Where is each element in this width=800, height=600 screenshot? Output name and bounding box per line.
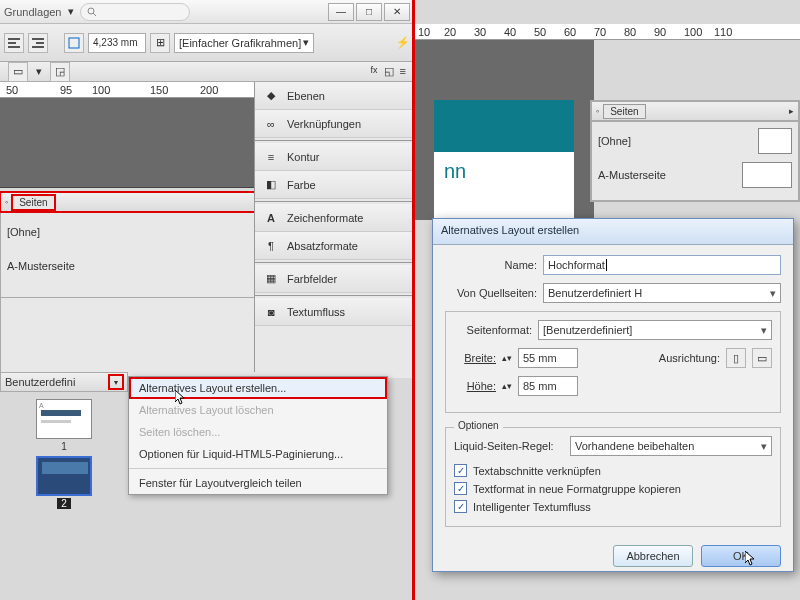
bolt-icon[interactable]: ⚡ — [396, 36, 410, 49]
seiten-tab[interactable]: Seiten — [12, 195, 54, 210]
menu-delete-pages: Seiten löschen... — [129, 421, 387, 443]
align-right-icon[interactable] — [28, 33, 48, 53]
panel-ebenen[interactable]: ◆Ebenen — [255, 82, 414, 110]
name-label: Name: — [445, 259, 537, 271]
height-input[interactable]: 85 mm — [518, 376, 578, 396]
master-label: [Ohne] — [7, 226, 40, 238]
chk-link-stories[interactable]: ✓Textabschnitte verknüpfen — [454, 464, 772, 477]
frametype-select[interactable]: [Einfacher Grafikrahmen]▾ — [174, 33, 314, 53]
control-toolbar: 4,233 mm ⊞ [Einfacher Grafikrahmen]▾ ⚡ — [0, 24, 414, 62]
svg-rect-3 — [8, 42, 16, 44]
menu-separator — [129, 468, 387, 469]
dropdown-icon[interactable]: ▾ — [68, 5, 74, 18]
variant-dropdown-icon[interactable]: ▾ — [109, 375, 123, 389]
stroke-icon: ≡ — [263, 149, 279, 165]
seiten-tab[interactable]: Seiten — [603, 104, 645, 119]
svg-rect-2 — [8, 38, 20, 40]
checkbox-icon: ✓ — [454, 464, 467, 477]
window-buttons: — □ ✕ — [328, 3, 410, 21]
source-select[interactable]: Benutzerdefiniert H — [543, 283, 781, 303]
panel-kontur[interactable]: ≡Kontur — [255, 143, 414, 171]
search-input[interactable] — [80, 3, 190, 21]
wrap-icon: ◙ — [263, 304, 279, 320]
chk-smart-reflow[interactable]: ✓Intelligenter Textumfluss — [454, 500, 772, 513]
name-input[interactable]: Hochformat — [543, 255, 781, 275]
panel-zeichenformate[interactable]: AZeichenformate — [255, 204, 414, 232]
panel-farbe[interactable]: ◧Farbe — [255, 171, 414, 199]
panel-verknuepfungen[interactable]: ∞Verknüpfungen — [255, 110, 414, 138]
page-number: 1 — [4, 441, 124, 452]
width-input[interactable]: 55 mm — [518, 348, 578, 368]
seiten-panel-right: ◦ Seiten ▸ [Ohne] A-Musterseite — [590, 100, 800, 202]
fx-icon[interactable]: fx — [371, 65, 378, 78]
dropdown-icon[interactable]: ▾ — [36, 65, 42, 78]
page-format-group: Seitenformat: [Benutzerdefiniert] Breite… — [445, 311, 781, 413]
page-thumb-1[interactable]: A — [36, 399, 92, 439]
svg-rect-4 — [8, 46, 20, 48]
landscape-icon[interactable]: ▭ — [752, 348, 772, 368]
rect-tool-icon[interactable]: ▭ — [8, 62, 28, 82]
menu-icon[interactable]: ≡ — [400, 65, 406, 78]
link-icon: ∞ — [263, 116, 279, 132]
color-icon: ◧ — [263, 177, 279, 193]
measure-field[interactable]: 4,233 mm — [88, 33, 146, 53]
panel-textumfluss[interactable]: ◙Textumfluss — [255, 298, 414, 326]
page-text: nn — [444, 160, 466, 183]
format-label: Seitenformat: — [454, 324, 532, 336]
checkbox-icon: ✓ — [454, 500, 467, 513]
maximize-button[interactable]: □ — [356, 3, 382, 21]
page-thumb-icon — [742, 162, 792, 188]
opts-icon[interactable]: ◱ — [384, 65, 394, 78]
document-canvas-right[interactable]: nn — [414, 40, 594, 220]
source-label: Von Quellseiten: — [445, 287, 537, 299]
menu-split-window[interactable]: Fenster für Layoutvergleich teilen — [129, 472, 387, 494]
menu-liquid-options[interactable]: Optionen für Liquid-HTML5-Paginierung... — [129, 443, 387, 465]
ok-button[interactable]: OK — [701, 545, 781, 567]
width-label: Breite: — [454, 352, 496, 364]
svg-rect-8 — [69, 38, 79, 48]
height-label: Höhe: — [454, 380, 496, 392]
svg-rect-5 — [32, 38, 44, 40]
options-legend: Optionen — [454, 420, 503, 431]
master-none[interactable]: [Ohne] — [598, 128, 792, 154]
variant-label: Benutzerdefini — [5, 376, 75, 388]
page-thumb-icon — [758, 128, 792, 154]
horizontal-ruler-right[interactable]: 10 20 30 40 50 60 70 80 90 100 110 — [414, 24, 800, 40]
liquid-select[interactable]: Vorhandene beibehalten — [570, 436, 772, 456]
stepper-icon[interactable]: ▴▾ — [502, 353, 512, 363]
portrait-icon[interactable]: ▯ — [726, 348, 746, 368]
svg-rect-7 — [32, 46, 44, 48]
panel-farbfelder[interactable]: ▦Farbfelder — [255, 265, 414, 293]
side-panels: ◆Ebenen ∞Verknüpfungen ≡Kontur ◧Farbe AZ… — [254, 82, 414, 372]
options-group: Optionen Liquid-Seiten-Regel: Vorhandene… — [445, 427, 781, 527]
page-thumbnails: A 1 2 — [4, 395, 124, 509]
para-icon: ¶ — [263, 238, 279, 254]
menu-alt-layout-create[interactable]: Alternatives Layout erstellen... — [129, 377, 387, 399]
swatch-icon: ▦ — [263, 271, 279, 287]
stepper-icon[interactable]: ▴▾ — [502, 381, 512, 391]
cancel-button[interactable]: Abbrechen — [613, 545, 693, 567]
page-thumb-2[interactable] — [36, 456, 92, 496]
pages-context-menu: Alternatives Layout erstellen... Alterna… — [128, 376, 388, 495]
panel-absatzformate[interactable]: ¶Absatzformate — [255, 232, 414, 260]
close-button[interactable]: ✕ — [384, 3, 410, 21]
chk-copy-styles[interactable]: ✓Textformat in neue Formatgruppe kopiere… — [454, 482, 772, 495]
frame-icon[interactable] — [64, 33, 84, 53]
format-select[interactable]: [Benutzerdefiniert] — [538, 320, 772, 340]
anchor-icon[interactable]: ⊞ — [150, 33, 170, 53]
align-left-icon[interactable] — [4, 33, 24, 53]
master-a[interactable]: A-Musterseite — [598, 162, 792, 188]
dialog-title: Alternatives Layout erstellen — [433, 219, 793, 245]
screenshot-divider — [412, 0, 415, 600]
layout-variant-header[interactable]: Benutzerdefini ▾ — [0, 372, 128, 392]
corner-icon[interactable]: ◲ — [50, 62, 70, 82]
page-number: 2 — [57, 498, 71, 509]
toolbar-row2: ▭ ▾ ◲ fx ◱ ≡ — [0, 62, 414, 82]
svg-rect-6 — [36, 42, 44, 44]
minimize-button[interactable]: — — [328, 3, 354, 21]
seiten-panel-header-right[interactable]: ◦ Seiten ▸ — [591, 101, 799, 121]
master-label: A-Musterseite — [7, 260, 75, 272]
alt-layout-dialog: Alternatives Layout erstellen Name: Hoch… — [432, 218, 794, 572]
svg-line-1 — [93, 13, 96, 16]
page-header-block — [434, 100, 574, 152]
